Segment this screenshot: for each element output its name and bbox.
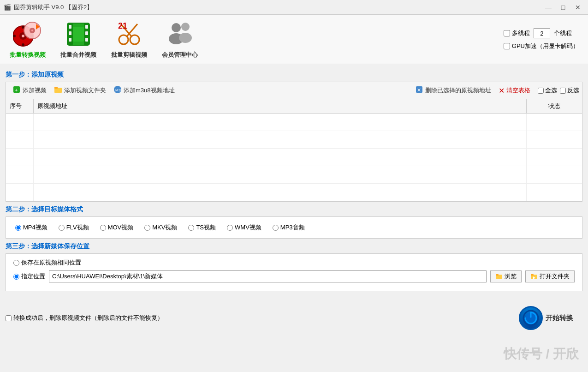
save-same-option[interactable]: 保存在原视频相同位置 [13,258,81,267]
delete-after-checkbox[interactable] [6,315,12,321]
deselect-label[interactable]: 反选 [560,86,579,95]
multithread-checkbox-label[interactable]: 多线程 [504,29,530,37]
right-controls: 多线程 个线程 GPU加速（用显卡解码） [504,28,579,50]
col-seq-header: 序号 [6,99,34,113]
add-video-button[interactable]: + 添加视频 [9,84,50,97]
tool-merge-label: 批量合并视频 [60,51,96,59]
empty-cell [34,131,527,148]
titlebar: 🎬 固乔剪辑助手 V9.0 【固乔2】 — □ ✕ [0,0,588,15]
format-mkv-radio[interactable] [144,225,150,231]
clear-table-button[interactable]: ✕ 清空表格 [495,85,534,96]
tool-convert[interactable]: 批量转换视频 [9,19,46,59]
step2-header: 第二步：选择目标媒体格式 [6,205,582,214]
format-mov[interactable]: MOV视频 [100,223,134,232]
col-status-header: 状态 [527,99,582,113]
empty-cell [527,184,582,201]
format-mkv[interactable]: MKV视频 [144,223,177,232]
svg-rect-15 [69,31,71,35]
format-mp3-label: MP3音频 [280,223,305,232]
svg-rect-20 [73,27,84,42]
add-m3u8-icon: M3U [113,85,122,96]
format-ts[interactable]: TS视频 [188,223,216,232]
titlebar-left: 🎬 固乔剪辑助手 V9.0 【固乔2】 [4,3,93,12]
tool-member[interactable]: 会员管理中心 [161,19,198,59]
save-same-radio[interactable] [13,260,19,266]
gpu-label: GPU加速（用显卡解码） [512,42,579,50]
browse-button[interactable]: 浏览 [490,270,522,282]
format-ts-radio[interactable] [188,225,194,231]
svg-rect-19 [85,38,88,42]
start-button[interactable]: 开始转换 [510,302,582,334]
format-wmv-radio[interactable] [227,225,233,231]
table-body [6,114,582,201]
table-row [6,131,582,149]
close-button[interactable]: ✕ [571,3,584,12]
format-mp3-radio[interactable] [273,225,279,231]
format-mp4[interactable]: MP4视频 [15,223,48,232]
save-same-label: 保存在原视频相同位置 [21,258,81,267]
format-mp4-label: MP4视频 [23,223,48,232]
select-all-checkbox[interactable] [538,88,544,94]
save-custom-option[interactable]: 指定位置 [13,272,45,281]
svg-point-9 [31,30,33,31]
step3-section: 保存在原视频相同位置 指定位置 浏览 打开文件夹 [6,253,582,291]
svg-text:M3U: M3U [115,88,122,92]
maximize-button[interactable]: □ [557,3,570,12]
svg-point-28 [181,23,190,31]
titlebar-controls: — □ ✕ [542,3,584,12]
svg-text:+: + [15,87,18,93]
format-radio-group: MP4视频 FLV视频 MOV视频 MKV视频 TS视频 WMV视频 [15,223,573,232]
format-flv-radio[interactable] [59,225,65,231]
add-folder-icon [54,85,62,96]
app-title: 固乔剪辑助手 V9.0 【固乔2】 [14,3,93,12]
empty-cell [6,149,34,166]
tool-edit[interactable]: 21 批量剪辑视频 [111,19,148,59]
table-header: 序号 原视频地址 状态 [6,99,582,114]
svg-point-29 [179,33,192,43]
format-mp3[interactable]: MP3音频 [273,223,305,232]
format-wmv[interactable]: WMV视频 [227,223,261,232]
thread-count-input[interactable] [534,28,550,38]
empty-cell [527,166,582,183]
tool-convert-label: 批量转换视频 [10,51,46,59]
multithread-label: 多线程 [512,29,530,37]
deselect-checkbox[interactable] [560,88,566,94]
delete-selected-icon: ✕ [415,85,423,96]
save-custom-radio[interactable] [13,274,19,280]
thread-unit: 个线程 [554,29,572,37]
app-icon: 🎬 [4,4,11,11]
svg-rect-18 [85,31,88,35]
svg-rect-41 [531,274,534,276]
step1-toolbar: + 添加视频 添加视频文件夹 M3U 添加m3u8视频地址 ✕ [6,82,582,99]
gpu-checkbox[interactable] [504,43,510,49]
svg-point-26 [172,23,181,32]
format-mp4-radio[interactable] [15,225,21,231]
format-mov-radio[interactable] [100,225,106,231]
empty-cell [34,166,527,183]
select-all-label[interactable]: 全选 [538,86,557,95]
minimize-button[interactable]: — [542,3,555,12]
empty-cell [527,114,582,131]
save-path-input[interactable] [49,270,487,282]
watermark: 快传号 / 开欣 [504,345,579,363]
add-folder-button[interactable]: 添加视频文件夹 [50,84,110,97]
multithread-checkbox[interactable] [504,30,510,36]
gpu-checkbox-label[interactable]: GPU加速（用显卡解码） [504,42,579,50]
delete-after-checkbox-label[interactable]: 转换成功后，删除原视频文件（删除后的文件不能恢复） [6,314,163,322]
table-row [6,114,582,131]
svg-rect-14 [69,25,71,29]
add-m3u8-button[interactable]: M3U 添加m3u8视频地址 [110,84,178,97]
delete-selected-button[interactable]: ✕ 删除已选择的原视频地址 [411,84,495,97]
format-mov-label: MOV视频 [108,223,134,232]
open-folder-button[interactable]: 打开文件夹 [525,270,575,282]
watermark-text: 快传号 / 开欣 [504,347,579,361]
delete-after-label: 转换成功后，删除原视频文件（删除后的文件不能恢复） [13,314,163,322]
start-icon [519,306,543,330]
tool-merge[interactable]: 批量合并视频 [60,19,97,59]
add-video-label: 添加视频 [23,86,47,95]
tool-merge-icon [64,19,93,49]
save-same-row: 保存在原视频相同位置 [13,258,575,267]
clear-table-label: 清空表格 [506,86,530,95]
step1-section: + 添加视频 添加视频文件夹 M3U 添加m3u8视频地址 ✕ [6,82,582,202]
format-flv[interactable]: FLV视频 [59,223,89,232]
